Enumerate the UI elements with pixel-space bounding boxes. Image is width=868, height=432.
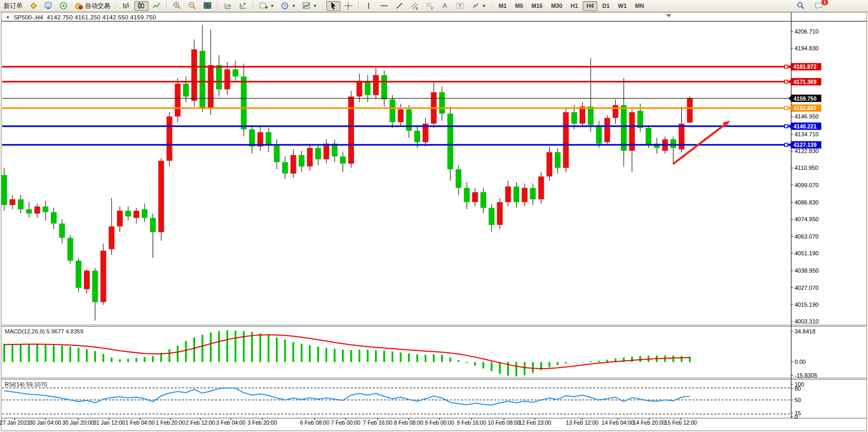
auto-trading-label: 自动交易	[85, 2, 110, 10]
zoom-in-button[interactable]	[170, 1, 184, 11]
zoom-out-button[interactable]	[185, 1, 199, 11]
text-label-button[interactable]: T	[453, 1, 467, 11]
period-clock-icon	[281, 2, 290, 10]
text-icon: A	[441, 2, 449, 10]
crosshair-button[interactable]	[341, 1, 356, 11]
svg-text:T: T	[458, 3, 462, 8]
macd-indicator-label: MACD(12,26,9) 5.9677 4.8359	[5, 328, 83, 334]
fibonacci-button[interactable]: F	[423, 1, 437, 11]
timeframe-toolbar: M1M5M15M30H1H4D1W1MN	[495, 1, 648, 11]
mt4-terminal: 新订单 自动交易	[0, 0, 868, 432]
period-clock-button[interactable]: ▼	[278, 1, 298, 11]
equidistant-channel-button[interactable]: E	[408, 1, 422, 11]
arrow-objects-icon	[471, 2, 480, 10]
chart-title-bar: ▼ SP500-,H4 4142.750 4161.250 4142.550 4…	[6, 14, 156, 20]
tile-windows-button[interactable]	[200, 1, 215, 11]
toolbar-separator	[166, 1, 167, 10]
timeframe-M1[interactable]: M1	[495, 1, 510, 11]
toolbar-separator	[358, 1, 359, 10]
template-button[interactable]: ▼	[299, 1, 320, 11]
equidistant-channel-icon: E	[410, 2, 419, 10]
chevron-down-icon: ▼	[482, 4, 486, 8]
timeframe-H1[interactable]: H1	[567, 1, 582, 11]
chat-badge: 1	[821, 0, 829, 6]
toolbar-separator	[217, 1, 218, 10]
chevron-down-icon: ▼	[270, 4, 274, 8]
chart-window[interactable]: ▼ SP500-,H4 4142.750 4161.250 4142.550 4…	[1, 12, 867, 431]
candlestick-chart-icon	[137, 2, 146, 10]
search-button[interactable]	[794, 1, 808, 11]
toolbar-separator	[253, 1, 254, 10]
auto-scroll-button[interactable]	[221, 1, 235, 11]
timeframe-M30[interactable]: M30	[548, 1, 566, 11]
arrow-objects-button[interactable]: ▼	[468, 1, 489, 11]
toolbar-right-group: 1	[794, 1, 826, 11]
timeframe-M5[interactable]: M5	[511, 1, 527, 11]
text-label-icon: T	[456, 2, 465, 10]
timeframe-M15[interactable]: M15	[528, 1, 546, 11]
auto-scroll-icon	[223, 2, 232, 10]
cursor-icon	[329, 2, 338, 10]
timeframe-H4[interactable]: H4	[583, 1, 597, 11]
svg-text:F: F	[431, 7, 433, 10]
new-order-label: 新订单	[4, 2, 23, 10]
symbol-period-label: SP500-,H4	[14, 14, 43, 20]
toolbar-handle	[115, 1, 117, 10]
cursor-button[interactable]	[326, 1, 340, 11]
autotrading-ball-icon	[74, 2, 83, 10]
crosshair-icon	[344, 2, 353, 10]
collapse-triangle-icon[interactable]: ▼	[6, 15, 10, 20]
zoom-out-icon	[188, 2, 197, 10]
ohlc-values: 4142.750 4161.250 4142.550 4159.750	[47, 14, 156, 20]
timeframe-MN[interactable]: MN	[631, 1, 648, 11]
auto-trading-button[interactable]: 自动交易	[72, 1, 113, 11]
text-button[interactable]: A	[438, 1, 452, 11]
bar-chart-icon	[122, 2, 131, 10]
signal-icon[interactable]	[57, 1, 71, 11]
toolbar-handle	[491, 1, 493, 10]
timeframe-D1[interactable]: D1	[598, 1, 613, 11]
add-indicator-button[interactable]: ▼	[256, 1, 277, 11]
line-chart-button[interactable]	[149, 1, 164, 11]
line-chart-icon	[152, 2, 161, 10]
fibonacci-icon: F	[425, 2, 434, 10]
market-diamond-icon[interactable]	[26, 1, 40, 11]
zoom-in-icon	[173, 2, 181, 10]
chevron-down-icon: ▼	[313, 4, 317, 8]
candlestick-chart-button[interactable]	[134, 1, 148, 11]
timeframe-W1[interactable]: W1	[614, 1, 630, 11]
svg-text:E: E	[416, 7, 418, 10]
trendline-button[interactable]	[392, 1, 406, 11]
trendline-icon	[395, 2, 404, 10]
template-icon	[302, 2, 311, 10]
vertical-line-icon	[365, 2, 373, 10]
toolbar-handle	[322, 1, 324, 10]
new-order-button[interactable]: 新订单	[1, 1, 25, 11]
svg-text:A: A	[443, 2, 447, 9]
chart-shift-button[interactable]	[236, 1, 250, 11]
news-chat-button[interactable]: 1	[812, 1, 826, 11]
horizontal-line-button[interactable]	[377, 1, 391, 11]
vertical-line-button[interactable]	[362, 1, 376, 11]
bar-chart-button[interactable]	[119, 1, 133, 11]
toolbar: 新订单 自动交易	[0, 0, 868, 12]
add-indicator-icon	[259, 2, 268, 10]
tile-windows-icon	[203, 2, 212, 10]
horizontal-line-icon	[380, 2, 389, 10]
search-icon	[796, 2, 805, 10]
data-window-icon[interactable]	[41, 1, 56, 11]
chevron-down-icon: ▼	[292, 4, 296, 8]
chart-shift-icon	[239, 2, 248, 10]
rsi-indicator-label: RSI(14) 59.1070	[5, 381, 47, 387]
